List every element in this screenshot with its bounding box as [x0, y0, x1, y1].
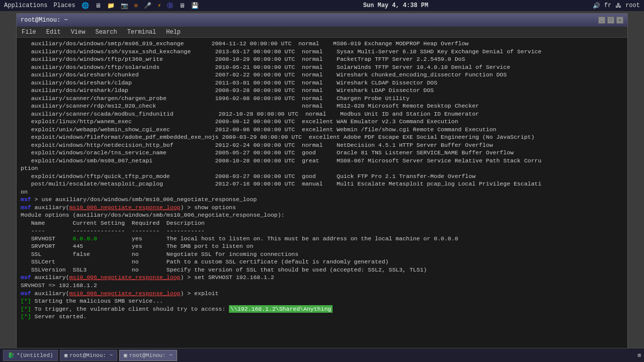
monitor-icon[interactable]: 🖥 [179, 2, 185, 10]
title-bar-buttons: _ □ ✕ [598, 17, 623, 24]
terminal-line: ---- --------------- -------- ----------… [21, 227, 623, 235]
terminal-line: auxiliary/dos/windows/smtp/ms06_019_exch… [21, 40, 623, 48]
terminal-line: on [21, 188, 623, 196]
taskbar-terminal-2-label: root@Minou: ~ [129, 352, 173, 358]
close-button[interactable]: ✕ [616, 17, 623, 24]
files-icon[interactable]: 📁 [107, 2, 115, 10]
system-bar-right: 🔊 fr 🖧 root [593, 2, 640, 10]
taskbar-terminal-1[interactable]: ▣ root@Minou: ~ [60, 350, 117, 361]
screenshot-icon[interactable]: 📷 [121, 2, 128, 10]
terminal-line: SRVHOST 0.0.0.0 yes The local host to li… [21, 235, 623, 243]
system-bar: Applications Places 🌐 🖥 📁 📷 ⊙ 🎤 ⚡ Ⓑ 🖥 💾 … [0, 0, 644, 11]
menu-terminal[interactable]: Terminal [125, 28, 158, 37]
maximize-button[interactable]: □ [607, 17, 614, 24]
terminal-line: SRVPORT 445 yes The SMB port to listen o… [21, 242, 623, 250]
window-title: root@Minou: ~ [21, 17, 68, 24]
terminal-line: SSLCert no Path to a custom SSL certific… [21, 258, 623, 266]
terminal-line: auxiliary/dos/wireshark/chunked 2007-02-… [21, 71, 623, 79]
browser-icon[interactable]: 🌐 [82, 2, 89, 10]
menu-edit[interactable]: Edit [44, 28, 63, 37]
terminal-line: auxiliary/scanner/rdp/ms12_020_check nor… [21, 102, 623, 110]
language-indicator: fr [604, 2, 611, 9]
terminal-icon[interactable]: 🖥 [95, 2, 101, 10]
taskbar-right: ⊞ [637, 352, 641, 358]
bluetooth-icon[interactable]: Ⓑ [167, 2, 173, 10]
terminal-line: Name Current Setting Required Descriptio… [21, 219, 623, 227]
volume-icon[interactable]: 🔊 [593, 2, 600, 10]
disk-icon[interactable]: 💾 [191, 2, 199, 10]
terminal-line: msf auxiliary(ms10_006_negotiate_respons… [21, 204, 623, 212]
system-bar-left: Applications Places 🌐 🖥 📁 📷 ⊙ 🎤 ⚡ Ⓑ 🖥 💾 [4, 2, 199, 10]
terminal-line: ption [21, 164, 623, 172]
terminal-line: Module options (auxiliary/dos/windows/sm… [21, 211, 623, 219]
taskbar-right-icon[interactable]: ⊞ [637, 352, 641, 358]
terminal-line: exploit/linux/http/wanem_exec 2009-08-12… [21, 118, 623, 126]
terminal-line: SRVHOST => 192.168.1.2 [21, 282, 623, 290]
terminal-line: exploit/windows/smb/ms08_067_netapi 2008… [21, 157, 623, 165]
terminal-lines: auxiliary/dos/windows/smtp/ms06_019_exch… [21, 40, 623, 321]
menu-help[interactable]: Help [164, 28, 183, 37]
mic-icon[interactable]: 🎤 [144, 2, 151, 10]
terminal-line: [*] To trigger, the vulnerable client sh… [21, 305, 623, 313]
terminal-line: auxiliary/dos/wireshark/cldap 2011-03-01… [21, 79, 623, 87]
terminal-line: auxiliary/dos/windows/tftp/solarwinds 20… [21, 63, 623, 71]
taskbar: 🐉 *(Untitled) ▣ root@Minou: ~ ▣ root@Min… [0, 348, 644, 362]
terminal-line: auxiliary/scanner/scada/modbus_finduniti… [21, 110, 623, 118]
terminal-line: exploit/unix/webapp/webmin_show_cgi_exec… [21, 126, 623, 134]
system-clock: Sun May 4, 4:38 PM [363, 2, 429, 9]
terminal-line: exploit/windows/fileformat/adobe_pdf_emb… [21, 133, 623, 141]
taskbar-terminal-1-icon: ▣ [64, 352, 68, 358]
taskbar-untitled-icon: 🐉 [8, 352, 15, 358]
terminal-line: msf > use auxiliary/dos/windows/smb/ms10… [21, 196, 623, 204]
menu-search[interactable]: Search [93, 28, 119, 37]
terminal-line: msf auxiliary(ms10_006_negotiate_respons… [21, 290, 623, 298]
applications-menu[interactable]: Applications [4, 2, 47, 9]
taskbar-terminal-2-icon: ▣ [124, 352, 127, 358]
user-label: root [625, 2, 640, 9]
title-bar: root@Minou: ~ _ □ ✕ [17, 14, 627, 27]
terminal-line: exploit/windows/oracle/tns_service_name … [21, 149, 623, 157]
terminal-line: SSLVersion SSL3 no Specify the version o… [21, 266, 623, 274]
network-icon[interactable]: 🖧 [615, 2, 621, 10]
terminal-line: auxiliary/scanner/chargen/chargen_probe … [21, 95, 623, 103]
filezilla-icon[interactable]: ⚡ [157, 2, 161, 10]
menu-view[interactable]: View [69, 28, 88, 37]
terminal-line: exploit/windows/tftp/quick_tftp_pro_mode… [21, 172, 623, 180]
taskbar-untitled[interactable]: 🐉 *(Untitled) [3, 350, 58, 361]
terminal-line: auxiliary/dos/wireshark/ldap 2008-03-28 … [21, 86, 623, 95]
menu-bar: File Edit View Search Terminal Help [17, 27, 627, 38]
terminal-content[interactable]: auxiliary/dos/windows/smtp/ms06_019_exch… [17, 38, 627, 355]
taskbar-untitled-label: *(Untitled) [17, 352, 53, 358]
terminal-line: msf auxiliary(ms10_006_negotiate_respons… [21, 274, 623, 282]
terminal-line: post/multi/escalate/metasploit_pcaplog 2… [21, 180, 623, 188]
terminal-line: [*] Starting the malicious SMB service..… [21, 297, 623, 305]
menu-file[interactable]: File [20, 28, 38, 37]
terminal-line: SSL false no Negotiate SSL for incoming … [21, 250, 623, 258]
terminal-line: auxiliary/dos/windows/ssh/sysax_sshd_kex… [21, 48, 623, 56]
terminal-line: [*] Server started. [21, 313, 623, 321]
places-menu[interactable]: Places [53, 2, 75, 9]
terminal-line: auxiliary/dos/windows/tftp/pt360_write 2… [21, 55, 623, 63]
terminal-window: root@Minou: ~ _ □ ✕ File Edit View Searc… [16, 13, 628, 356]
taskbar-terminal-2[interactable]: ▣ root@Minou: ~ [119, 350, 177, 361]
terminal-line: exploit/windows/http/netdecision_http_bo… [21, 141, 623, 149]
taskbar-terminal-1-label: root@Minou: ~ [69, 352, 113, 358]
minimize-button[interactable]: _ [598, 17, 605, 24]
chrome-icon[interactable]: ⊙ [134, 2, 138, 10]
